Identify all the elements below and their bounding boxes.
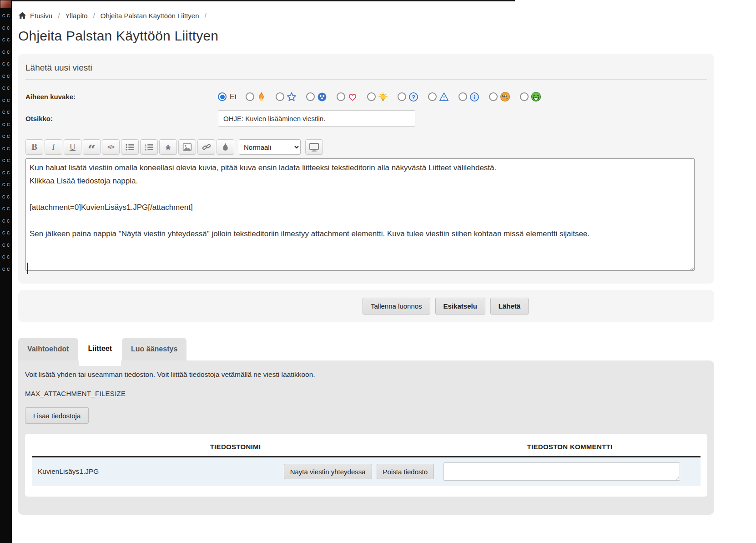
topic-icon-option-embarrassed-smiley[interactable]	[489, 91, 510, 102]
attachments-panel: Voit lisätä yhden tai useamman tiedoston…	[18, 360, 714, 515]
tab-liitteet[interactable]: Liitteet	[79, 338, 121, 366]
topic-icon-row: Aiheen kuvake: Ei	[25, 91, 707, 102]
fullscreen-preview-button[interactable]	[305, 139, 323, 155]
radio-fire[interactable]	[246, 92, 254, 101]
radio-lightbulb[interactable]	[367, 92, 376, 101]
topic-icon-option-warning[interactable]: !	[428, 92, 449, 102]
link-icon	[202, 142, 211, 152]
topic-icon-label: Aiheen kuvake:	[25, 93, 218, 101]
left-edge-artifact-text: c c c c c c c c c c c c c c c c c c c c …	[0, 10, 12, 275]
attachments-intro: Voit lisätä yhden tai useamman tiedoston…	[25, 370, 707, 379]
breadcrumb-link-yllapito[interactable]: Ylläpito	[65, 12, 87, 20]
left-edge-artifact: c c c c c c c c c c c c c c c c c c c c …	[0, 0, 12, 543]
topic-icon-option-question[interactable]: ?	[398, 92, 418, 102]
home-icon[interactable]	[18, 12, 26, 19]
insert-image-button[interactable]	[178, 139, 196, 155]
subject-input[interactable]	[218, 110, 415, 127]
svg-text:?: ?	[412, 93, 415, 100]
radio-embarrassed-smiley[interactable]	[489, 92, 498, 101]
droplet-icon	[222, 143, 229, 152]
breadcrumb-link-current[interactable]: Ohjeita Palstan Käyttöön Liittyen	[101, 12, 199, 20]
subject-row: Otsikko:	[25, 110, 707, 127]
actions-panel: Tallenna luonnos Esikatselu Lähetä	[18, 290, 714, 322]
asterisk-icon: *	[166, 142, 171, 152]
ordered-list-button[interactable]: 123	[140, 139, 158, 155]
attachments-table-panel: TIEDOSTONIMI TIEDOSTON KOMMENTTI KuvienL…	[25, 434, 707, 497]
top-border-artifact	[12, 0, 515, 1]
breadcrumb-separator: /	[88, 12, 101, 20]
breadcrumb-separator: /	[199, 12, 212, 20]
text-color-button[interactable]	[217, 139, 234, 155]
tab-luo-aanestys[interactable]: Luo äänestys	[122, 338, 186, 360]
add-files-button[interactable]: Lisää tiedostoja	[25, 407, 89, 424]
asterisk-button[interactable]: *	[159, 139, 177, 155]
attachment-comment-cell	[439, 462, 701, 481]
topic-icon-option-none[interactable]: Ei	[218, 92, 236, 101]
page-content: Etusivu / Ylläpito / Ohjeita Palstan Käy…	[18, 10, 714, 515]
monitor-icon	[309, 143, 319, 152]
svg-text:i: i	[474, 94, 475, 101]
svg-text:!: !	[443, 95, 445, 101]
lightbulb-icon	[378, 92, 388, 102]
italic-button[interactable]: I	[45, 139, 62, 155]
question-icon: ?	[408, 92, 418, 102]
unordered-list-button[interactable]	[121, 139, 139, 155]
delete-file-button[interactable]: Poista tiedosto	[377, 464, 434, 479]
bold-icon: B	[31, 142, 37, 152]
radio-none-selected[interactable]	[218, 92, 227, 101]
attachments-table-header: TIEDOSTONIMI TIEDOSTON KOMMENTTI	[32, 439, 701, 457]
subject-label: Otsikko:	[25, 115, 218, 122]
max-filesize-text: MAX_ATTACHMENT_FILESIZE	[25, 390, 707, 397]
format-select[interactable]: Normaali	[239, 139, 301, 155]
underline-icon: U	[70, 142, 76, 152]
attachment-row: KuvienLisäys1.JPG Näytä viestin yhteydes…	[32, 457, 701, 486]
underline-button[interactable]: U	[64, 139, 81, 155]
topic-icon-none-label: Ei	[230, 93, 236, 101]
message-textarea[interactable]: Kun haluat lisätä viestiin omalla koneel…	[25, 158, 695, 271]
svg-text:3: 3	[145, 148, 146, 151]
new-post-panel: Lähetä uusi viesti Aiheen kuvake: Ei	[18, 54, 714, 284]
tab-vaihtoehdot[interactable]: Vaihtoehdot	[18, 338, 78, 360]
preview-button[interactable]: Esikatselu	[435, 298, 485, 315]
radio-green-grin-smiley[interactable]	[520, 92, 529, 101]
warning-icon: !	[439, 92, 449, 102]
topic-icon-option-heart[interactable]	[337, 92, 358, 102]
new-post-panel-title: Lähetä uusi viesti	[25, 61, 707, 80]
attachment-filename: KuvienLisäys1.JPG	[38, 467, 99, 476]
insert-link-button[interactable]	[197, 139, 215, 155]
radio-blue-face[interactable]	[306, 92, 315, 101]
save-draft-button[interactable]: Tallenna luonnos	[363, 298, 430, 315]
star-icon	[287, 92, 297, 102]
submit-button[interactable]: Lähetä	[490, 298, 529, 315]
radio-heart[interactable]	[337, 92, 345, 101]
topic-icon-option-green-grin-smiley[interactable]	[520, 91, 541, 102]
heart-icon	[348, 92, 358, 102]
topic-icon-option-info[interactable]: i	[459, 92, 479, 102]
code-button[interactable]: </>	[102, 139, 120, 155]
code-icon: </>	[107, 144, 114, 150]
topic-icon-option-blue-face[interactable]	[306, 92, 327, 102]
topic-icon-options: Ei	[218, 91, 551, 102]
radio-question[interactable]	[398, 92, 406, 101]
radio-star[interactable]	[276, 92, 284, 101]
place-inline-button[interactable]: Näytä viestin yhteydessä	[284, 464, 372, 479]
ordered-list-icon: 123	[145, 143, 153, 151]
radio-info[interactable]	[459, 92, 467, 101]
image-icon	[182, 143, 192, 151]
tabs: Vaihtoehdot Liitteet Luo äänestys	[18, 338, 714, 360]
editor-toolbar: B I U “ </> 123 *	[25, 139, 707, 155]
attachment-comment-input[interactable]	[444, 462, 680, 481]
quote-button[interactable]: “	[83, 139, 101, 155]
topic-icon-option-fire[interactable]	[246, 92, 266, 101]
blue-face-icon	[317, 92, 327, 102]
radio-warning[interactable]	[428, 92, 437, 101]
unordered-list-icon	[126, 143, 134, 151]
column-header-filename: TIEDOSTONIMI	[32, 443, 439, 451]
topic-icon-option-star[interactable]	[276, 92, 297, 102]
info-icon: i	[469, 92, 479, 102]
breadcrumb: Etusivu / Ylläpito / Ohjeita Palstan Käy…	[18, 10, 714, 21]
bold-button[interactable]: B	[25, 139, 43, 155]
breadcrumb-separator: /	[52, 12, 65, 20]
breadcrumb-link-etusivu[interactable]: Etusivu	[30, 12, 52, 20]
topic-icon-option-lightbulb[interactable]	[367, 92, 388, 102]
